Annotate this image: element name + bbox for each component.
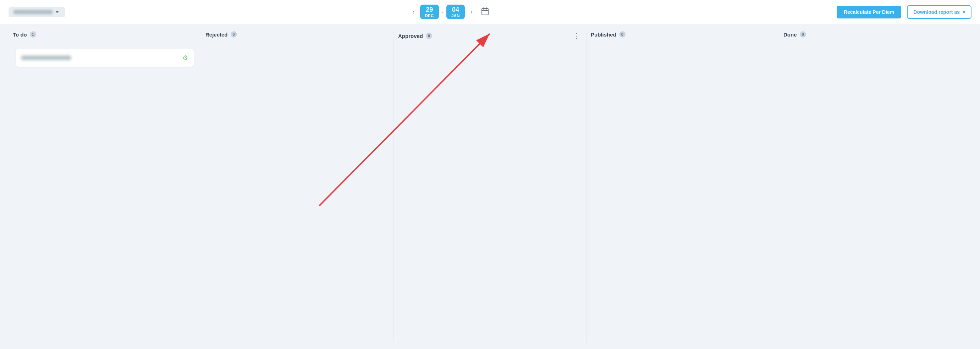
prev-date-button[interactable]: ‹ [410,8,417,17]
column-header-published: Published0 [591,31,775,40]
kanban-board: To do1⚙Rejected0Approved0⋮Published0Done… [0,24,980,349]
download-label: Download report as [913,9,960,15]
column-title-published: Published [591,32,616,38]
column-title-done: Done [783,32,797,38]
column-badge-rejected: 0 [231,31,237,38]
kanban-column-todo: To do1⚙ [8,31,201,342]
date-navigation: ‹ 29 DEC - 04 JAN › [410,5,493,19]
column-title-rejected: Rejected [205,32,228,38]
column-body-rejected [205,46,389,188]
top-bar: ‹ 29 DEC - 04 JAN › Recalculate Per Diem… [0,0,980,24]
column-badge-approved: 0 [426,33,432,39]
column-body-todo: ⚙ [13,46,197,188]
column-header-done: Done0 [783,31,967,40]
card-content [21,56,182,60]
selector-value [13,10,52,14]
column-menu-approved[interactable]: ⋮ [571,31,582,40]
column-body-done [783,46,967,188]
column-title-approved: Approved [398,33,423,39]
card-settings-icon[interactable]: ⚙ [182,54,188,62]
column-header-rejected: Rejected0 [205,31,389,40]
column-header-todo: To do1 [13,31,197,40]
end-day: 04 [452,6,459,14]
start-date-pill: 29 DEC [420,5,439,19]
end-date-pill: 04 JAN [446,5,465,19]
card-blurred-text [21,56,71,60]
kanban-card-card-1[interactable]: ⚙ [16,49,194,67]
column-body-approved [398,49,582,191]
kanban-column-published: Published0 [587,31,779,342]
chevron-down-icon [55,11,59,13]
column-title-todo: To do [13,32,27,38]
column-header-approved: Approved0⋮ [398,31,582,43]
column-badge-published: 0 [619,31,625,38]
kanban-column-done: Done0 [779,31,972,342]
end-month: JAN [451,13,460,18]
kanban-column-approved: Approved0⋮ [394,31,587,342]
download-chevron-icon: ▾ [963,9,965,15]
column-body-published [591,46,775,188]
kanban-column-rejected: Rejected0 [201,31,394,342]
next-date-button[interactable]: › [468,8,475,17]
recalculate-button[interactable]: Recalculate Per Diem [837,6,901,19]
column-badge-done: 0 [800,31,806,38]
calendar-icon[interactable] [478,6,492,19]
entity-selector[interactable] [8,7,65,17]
column-badge-todo: 1 [30,31,36,38]
start-month: DEC [425,13,434,18]
svg-rect-0 [482,8,488,15]
start-day: 29 [426,6,433,14]
date-separator: - [442,9,444,15]
download-report-button[interactable]: Download report as ▾ [907,5,972,19]
